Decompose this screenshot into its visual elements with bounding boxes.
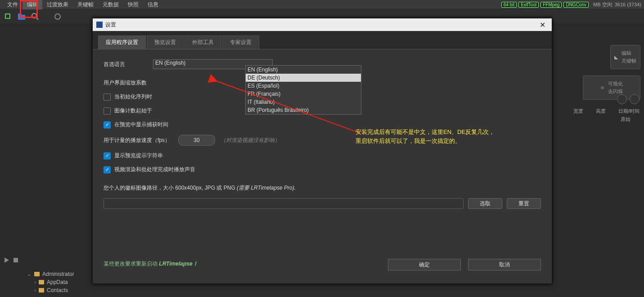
menu-snapshot[interactable]: 快照 bbox=[123, 0, 143, 9]
logo-path-input[interactable] bbox=[104, 198, 464, 209]
col-width: 宽度 bbox=[573, 108, 584, 115]
folder-icon[interactable] bbox=[18, 13, 25, 20]
dialog-title: 设置 bbox=[105, 21, 116, 29]
tag-icon: ◣ bbox=[614, 54, 618, 60]
checkbox-init-sequence[interactable] bbox=[104, 93, 111, 101]
deflicker-label: 去闪烁 bbox=[608, 88, 623, 95]
settings-dialog: 设置 ✕ 应用程序设置 预览设置 外部工具 专家设置 首选语言 EN (Engl… bbox=[92, 18, 552, 284]
checkbox-init-sequence-label: 当初始化序列时 bbox=[114, 93, 152, 101]
dialog-titlebar: 设置 ✕ bbox=[93, 18, 552, 31]
language-select-value: EN (English) bbox=[155, 60, 185, 66]
search-icon[interactable] bbox=[32, 13, 39, 20]
folder-icon bbox=[39, 280, 44, 284]
fps-input[interactable]: 30 bbox=[178, 135, 215, 146]
wave-icon: ≋ bbox=[600, 85, 604, 91]
svg-rect-0 bbox=[5, 14, 10, 18]
menu-info[interactable]: 信息 bbox=[143, 0, 163, 9]
keyframe-label: 关键帧 bbox=[621, 58, 636, 64]
tag-64bit: 64 bit bbox=[501, 2, 517, 8]
logo-path-text: 您个人的徽标图像路径，大小 600x400px, JPG 或 PNG (需要 L… bbox=[104, 184, 296, 192]
close-icon[interactable]: ✕ bbox=[537, 21, 548, 29]
annotation-text: 安装完成后有可能不是中文，这里EN、DE反复几次， 重启软件后就可以了，我是一次… bbox=[356, 128, 495, 146]
lang-opt-de[interactable]: DE (Deutsch) bbox=[246, 74, 361, 82]
tree-label: Administrator bbox=[42, 271, 74, 277]
menu-file[interactable]: 文件 bbox=[3, 0, 23, 9]
svg-point-5 bbox=[55, 14, 60, 19]
crop-icon[interactable] bbox=[5, 13, 12, 20]
ui-scale-label: 用户界面缩放系数 bbox=[104, 79, 153, 87]
tab-preview-settings[interactable]: 预览设置 bbox=[147, 35, 184, 49]
app-menubar: 文件 编辑 过渡效果 关键帧 元数据 快照 信息 64 bit ExifTool… bbox=[0, 0, 644, 9]
tag-dngconv: DNGConv bbox=[563, 2, 589, 8]
edit-keyframe-button[interactable]: ◣ 编辑关键帧 bbox=[610, 45, 640, 69]
folder-icon bbox=[39, 288, 44, 293]
reset-button[interactable]: 重置 bbox=[507, 198, 541, 209]
memory-status: MB 空闲: 3616 (3734) bbox=[593, 1, 641, 8]
tab-expert-settings[interactable]: 专家设置 bbox=[222, 35, 259, 49]
menu-metadata[interactable]: 元数据 bbox=[98, 0, 123, 9]
tab-external-tools[interactable]: 外部工具 bbox=[185, 35, 221, 49]
menubar-right: 64 bit ExifTool FFMpeg DNGConv MB 空闲: 36… bbox=[501, 1, 641, 8]
record-icon[interactable] bbox=[54, 13, 61, 20]
fps-hint: （对渲染视频没有影响） bbox=[221, 137, 280, 144]
lang-opt-en[interactable]: EN (English) bbox=[246, 66, 361, 74]
lang-opt-fr[interactable]: FR (Français) bbox=[246, 90, 361, 98]
checkbox-play-sound[interactable]: ✓ bbox=[104, 166, 111, 173]
language-label: 首选语言 bbox=[104, 61, 153, 68]
right-panel: ◣ 编辑关键帧 ≋ 可视化去闪烁 bbox=[559, 45, 640, 100]
settings-tabs: 应用程序设置 预览设置 外部工具 专家设置 bbox=[93, 31, 552, 49]
folder-tree: ⌄Administrator ›AppData ›Contacts bbox=[27, 270, 74, 294]
checkbox-image-count[interactable] bbox=[104, 107, 111, 115]
chevron-right-icon: › bbox=[34, 287, 36, 293]
play-icon[interactable] bbox=[5, 257, 9, 263]
svg-point-3 bbox=[32, 13, 36, 18]
table-header: 宽度 高度 日期/时间 bbox=[573, 108, 639, 115]
svg-rect-2 bbox=[18, 13, 22, 16]
tree-node-administrator[interactable]: ⌄Administrator bbox=[27, 270, 74, 278]
col-height: 高度 bbox=[596, 108, 607, 115]
checkbox-play-sound-label: 视频渲染和批处理完成时播放声音 bbox=[114, 166, 195, 173]
language-dropdown: EN (English) DE (Deutsch) ES (Español) F… bbox=[245, 65, 361, 115]
checkbox-show-capture-time[interactable]: ✓ bbox=[104, 121, 111, 129]
col-original: 原始 bbox=[621, 116, 630, 123]
checkbox-show-preview-hints-label: 显示预览提示字符串 bbox=[114, 152, 163, 160]
menu-keyframe[interactable]: 关键帧 bbox=[73, 0, 98, 9]
checkbox-show-capture-time-label: 在预览中显示捕获时间 bbox=[114, 121, 168, 129]
menu-edit[interactable]: 编辑 bbox=[23, 0, 42, 9]
tree-node-contacts[interactable]: ›Contacts bbox=[27, 286, 74, 294]
dialog-body: 首选语言 EN (English) EN (English) DE (Deuts… bbox=[93, 49, 552, 275]
dialog-buttons: 确定 取消 bbox=[388, 259, 541, 270]
tag-exiftool: ExifTool bbox=[518, 2, 539, 8]
fps-value: 30 bbox=[194, 137, 199, 143]
tree-label: AppData bbox=[47, 279, 68, 285]
select-button[interactable]: 选取 bbox=[468, 198, 502, 209]
svg-line-4 bbox=[36, 18, 38, 20]
chevron-down-icon: ⌄ bbox=[27, 271, 32, 277]
lang-opt-it[interactable]: IT (Italiano) bbox=[246, 98, 361, 106]
circle-button-2[interactable] bbox=[630, 94, 639, 104]
lang-opt-br[interactable]: BR (Português Brasileiro) bbox=[246, 106, 361, 114]
tab-app-settings[interactable]: 应用程序设置 bbox=[98, 35, 146, 49]
cancel-button[interactable]: 取消 bbox=[468, 259, 541, 270]
circle-button-1[interactable] bbox=[617, 94, 627, 104]
ok-button[interactable]: 确定 bbox=[388, 259, 461, 270]
menu-transition[interactable]: 过渡效果 bbox=[42, 0, 73, 9]
circle-buttons bbox=[617, 94, 639, 104]
chevron-right-icon: › bbox=[34, 279, 36, 285]
folder-icon bbox=[34, 272, 40, 276]
app-logo-icon bbox=[96, 22, 103, 28]
playback-controls bbox=[5, 257, 18, 263]
lang-opt-es[interactable]: ES (Español) bbox=[246, 82, 361, 90]
tree-label: Contacts bbox=[47, 287, 68, 293]
visualize-label: 可视化 bbox=[608, 80, 623, 87]
tag-ffmpeg: FFMpeg bbox=[540, 2, 562, 8]
tree-node-appdata[interactable]: ›AppData bbox=[27, 278, 74, 286]
restart-footnote: 某些更改要求重新启动 LRTimelapse！ bbox=[104, 260, 198, 268]
checkbox-show-preview-hints[interactable]: ✓ bbox=[104, 152, 111, 160]
checkbox-image-count-label: 图像计数起始于 bbox=[114, 107, 152, 115]
edit-label: 编辑 bbox=[621, 50, 636, 57]
col-datetime: 日期/时间 bbox=[618, 108, 639, 115]
stop-icon[interactable] bbox=[14, 258, 18, 262]
fps-label: 用于计量的播放速度（fps） bbox=[104, 137, 178, 144]
